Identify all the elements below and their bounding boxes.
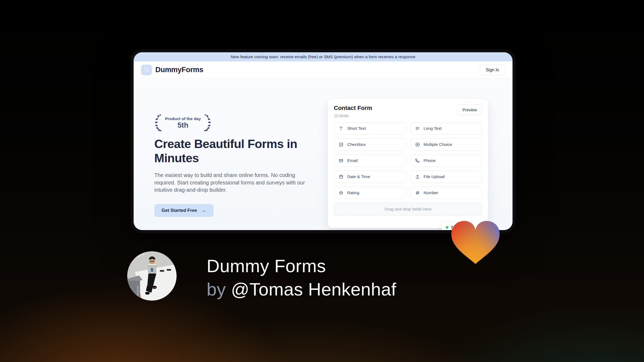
arrow-right-icon: → (201, 208, 206, 213)
long-text-icon (415, 126, 420, 131)
checkbox-icon (338, 142, 344, 147)
status-dot-icon (446, 226, 448, 229)
preview-button[interactable]: Preview (457, 105, 482, 115)
number-icon (415, 190, 420, 195)
page-title: Create Beautiful Forms in Minutes (154, 137, 328, 165)
rating-icon (338, 190, 344, 195)
field-email[interactable]: Email (334, 154, 406, 167)
field-multiple-choice[interactable]: Multiple Choice (410, 138, 482, 151)
laurel-left-icon (153, 114, 163, 131)
field-date-time[interactable]: Date & Time (334, 171, 406, 183)
email-icon (338, 158, 344, 163)
credit-author: @Tomas Henkenhaf (231, 279, 396, 299)
dummyforms-logo-icon (141, 65, 152, 75)
hero-description: The easiest way to build and share onlin… (154, 172, 309, 194)
gradient-heart-icon (449, 217, 502, 265)
drag-drop-zone[interactable]: Drag and drop fields here (334, 203, 482, 216)
creator-credit: Dummy Forms by @Tomas Henkenhaf (127, 251, 396, 301)
hero-section: Product of the day 5th (134, 79, 513, 230)
cta-label: Get Started Free (162, 208, 197, 213)
field-phone[interactable]: Phone (410, 154, 482, 167)
date-time-icon (338, 174, 344, 179)
brand-name: DummyForms (155, 66, 203, 74)
sign-in-button[interactable]: Sign In (480, 65, 505, 75)
brand[interactable]: DummyForms (141, 65, 203, 75)
laurel-right-icon (203, 114, 213, 131)
award-title: Product of the day (165, 116, 201, 121)
form-field-count: 10 fields (334, 113, 372, 118)
award-rank: 5th (165, 121, 201, 130)
hero-copy: Product of the day 5th (154, 114, 328, 217)
get-started-button[interactable]: Get Started Free → (154, 204, 214, 217)
field-rating[interactable]: Rating (334, 187, 406, 199)
field-checkbox[interactable]: Checkbox (334, 138, 406, 151)
field-long-text[interactable]: Long Text (410, 122, 482, 135)
creator-avatar (127, 251, 177, 301)
announcement-text: New feature coming soon: receive emails … (231, 54, 415, 59)
credit-byline-prefix: by (207, 279, 226, 299)
multiple-choice-icon (415, 142, 420, 147)
phone-icon (415, 158, 420, 163)
field-number[interactable]: Number (410, 187, 482, 199)
short-text-icon (338, 126, 344, 131)
file-upload-icon (415, 174, 420, 179)
product-of-the-day-badge: Product of the day 5th (153, 114, 328, 131)
dummyforms-site: New feature coming soon: receive emails … (134, 52, 513, 230)
browser-window: New feature coming soon: receive emails … (131, 49, 515, 233)
field-type-grid: Short Text Long Text Checkbox Multiple C… (334, 122, 482, 199)
field-short-text[interactable]: Short Text (334, 122, 406, 135)
form-title: Contact Form (334, 105, 372, 112)
site-header: DummyForms Sign In (134, 61, 513, 79)
field-file-upload[interactable]: File Upload (410, 171, 482, 183)
form-builder-card: Contact Form 10 fields Preview Short Tex… (328, 99, 488, 228)
credit-product-name: Dummy Forms (207, 255, 396, 276)
announcement-banner: New feature coming soon: receive emails … (134, 52, 513, 61)
